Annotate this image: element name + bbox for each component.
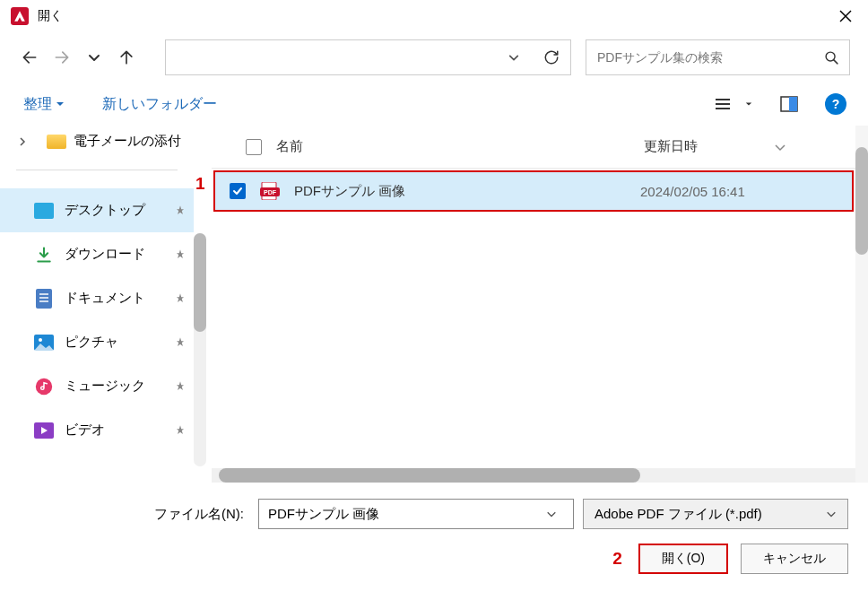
pin-icon — [174, 204, 187, 217]
title-bar: 開く — [0, 0, 868, 32]
breadcrumb-label: 電子メールの添付 — [74, 133, 181, 150]
search-input[interactable] — [586, 50, 813, 65]
sidebar-scrollbar[interactable] — [194, 233, 206, 466]
list-icon — [714, 95, 732, 113]
filetype-value: Adobe PDF ファイル (*.pdf) — [595, 506, 826, 523]
button-row: 2 開く(O) キャンセル — [0, 540, 868, 590]
chevron-right-icon — [18, 137, 27, 146]
sidebar: 電子メールの添付 デスクトップ ダウンロード ドキュメント — [0, 126, 194, 483]
chevron-down-icon — [773, 143, 787, 152]
toolbar: 整理 新しいフォルダー ? — [0, 83, 868, 126]
breadcrumb[interactable]: 電子メールの添付 — [0, 126, 194, 157]
spacer — [16, 251, 23, 258]
column-header-name[interactable]: 名前 — [276, 138, 629, 155]
back-button[interactable] — [18, 46, 41, 69]
music-icon — [34, 377, 54, 396]
file-date: 2024/02/05 16:41 — [640, 184, 838, 199]
filename-dropdown[interactable] — [539, 509, 564, 519]
file-name: PDFサンプル 画像 — [294, 183, 626, 200]
svg-point-15 — [39, 338, 42, 342]
recent-dropdown[interactable] — [82, 46, 106, 69]
spacer — [16, 339, 23, 346]
filename-label: ファイル名(N): — [20, 506, 249, 523]
arrow-right-icon — [53, 48, 71, 66]
download-icon — [34, 245, 54, 265]
organize-menu[interactable]: 整理 — [20, 90, 68, 119]
file-checkbox[interactable] — [230, 183, 246, 199]
help-icon: ? — [825, 93, 846, 115]
pin-icon — [174, 380, 187, 393]
sidebar-item-pictures[interactable]: ピクチャ — [0, 320, 194, 364]
pictures-icon — [34, 333, 54, 352]
preview-pane-toggle[interactable] — [777, 91, 802, 117]
svg-rect-8 — [789, 97, 797, 111]
sidebar-item-label: ミュージック — [65, 378, 163, 395]
sidebar-item-label: ビデオ — [65, 422, 163, 439]
sidebar-item-downloads[interactable]: ダウンロード — [0, 232, 194, 276]
folder-icon — [47, 135, 66, 149]
pin-icon — [174, 336, 187, 349]
forward-button[interactable] — [50, 46, 74, 69]
search-button[interactable] — [813, 40, 849, 74]
sidebar-item-desktop[interactable]: デスクトップ — [0, 188, 194, 232]
pin-icon — [174, 424, 187, 437]
chevron-down-icon — [508, 52, 519, 63]
view-menu[interactable] — [710, 91, 735, 117]
video-icon — [34, 421, 54, 440]
address-input[interactable] — [166, 50, 495, 65]
pin-icon — [174, 292, 187, 305]
navigation-bar — [0, 32, 868, 83]
close-icon — [839, 10, 852, 22]
spacer — [16, 207, 23, 214]
svg-text:PDF: PDF — [264, 189, 277, 196]
search-box[interactable] — [586, 39, 850, 75]
filetype-combobox[interactable]: Adobe PDF ファイル (*.pdf) — [583, 499, 848, 529]
new-folder-label: 新しいフォルダー — [102, 95, 217, 114]
up-button[interactable] — [115, 46, 138, 69]
sidebar-item-label: デスクトップ — [65, 202, 163, 219]
filename-row: ファイル名(N): PDFサンプル 画像 Adobe PDF ファイル (*.p… — [0, 483, 868, 540]
refresh-icon — [543, 49, 560, 65]
filename-value: PDFサンプル 画像 — [268, 506, 539, 523]
spacer — [16, 383, 23, 390]
spacer — [16, 295, 23, 302]
file-row[interactable]: PDF PDFサンプル 画像 2024/02/05 16:41 — [213, 170, 854, 212]
scrollbar-thumb[interactable] — [194, 233, 206, 332]
cancel-button[interactable]: キャンセル — [741, 544, 848, 574]
filename-combobox[interactable]: PDFサンプル 画像 — [258, 499, 574, 529]
horizontal-scrollbar[interactable] — [212, 468, 855, 483]
divider — [16, 170, 178, 170]
chevron-down-icon — [826, 509, 837, 519]
document-icon — [34, 289, 54, 309]
svg-rect-10 — [36, 289, 52, 309]
scrollbar-thumb[interactable] — [855, 147, 868, 255]
sidebar-item-music[interactable]: ミュージック — [0, 364, 194, 408]
help-button[interactable]: ? — [823, 91, 848, 117]
file-list: 名前 更新日時 1 PDF PDFサンプル 画像 2024/02/0 — [212, 126, 855, 483]
spacer — [16, 427, 23, 434]
main-area: 電子メールの添付 デスクトップ ダウンロード ドキュメント — [0, 126, 868, 483]
arrow-up-icon — [117, 48, 135, 66]
view-dropdown[interactable] — [742, 91, 755, 117]
check-icon — [232, 186, 243, 196]
column-header-date[interactable]: 更新日時 — [644, 138, 841, 155]
sidebar-item-videos[interactable]: ビデオ — [0, 408, 194, 452]
scrollbar-thumb[interactable] — [219, 468, 640, 483]
refresh-button[interactable] — [533, 40, 570, 74]
chevron-down-icon — [546, 509, 557, 519]
pin-icon — [174, 248, 187, 261]
new-folder-button[interactable]: 新しいフォルダー — [99, 90, 221, 119]
address-bar[interactable] — [165, 39, 571, 75]
dropdown-triangle-icon — [745, 100, 752, 108]
vertical-scrollbar[interactable] — [855, 126, 868, 483]
sidebar-item-label: ピクチャ — [65, 334, 163, 351]
select-all-checkbox[interactable] — [246, 139, 262, 155]
close-button[interactable] — [825, 0, 866, 32]
annotation-1: 1 — [195, 174, 205, 194]
address-dropdown[interactable] — [495, 40, 533, 74]
open-button[interactable]: 開く(O) — [638, 544, 728, 574]
file-list-header: 名前 更新日時 — [212, 126, 855, 169]
annotation-2: 2 — [612, 549, 622, 569]
sidebar-item-documents[interactable]: ドキュメント — [0, 276, 194, 320]
preview-pane-icon — [780, 95, 798, 113]
